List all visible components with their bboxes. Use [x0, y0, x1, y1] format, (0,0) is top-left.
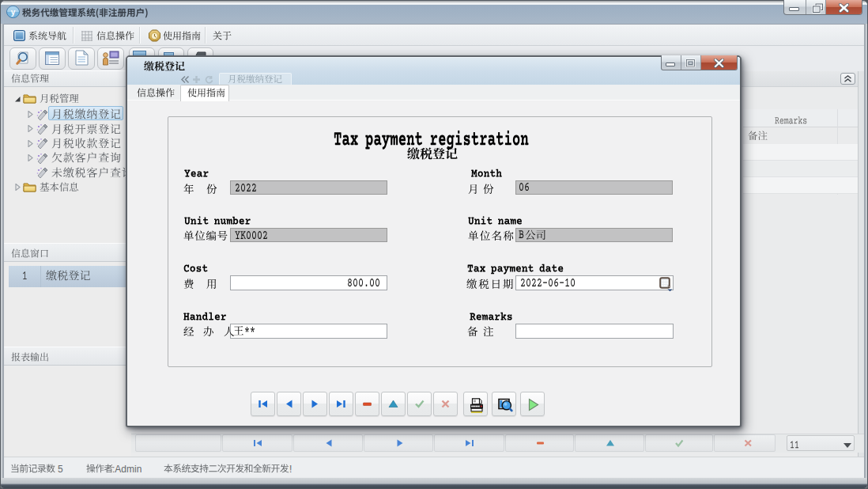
svg-text:y: y: [11, 8, 16, 17]
